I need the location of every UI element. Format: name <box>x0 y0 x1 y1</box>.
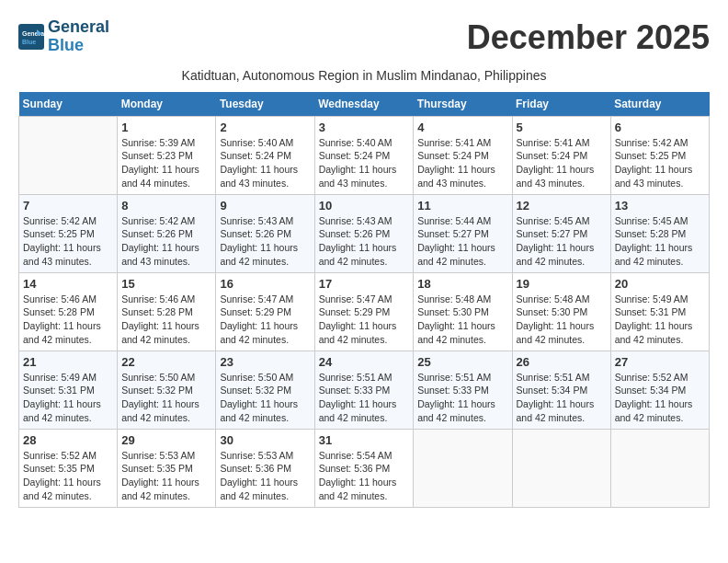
calendar-cell: 5Sunrise: 5:41 AM Sunset: 5:24 PM Daylig… <box>512 116 610 194</box>
calendar-cell <box>414 429 512 507</box>
day-number: 15 <box>121 277 211 291</box>
day-info: Sunrise: 5:53 AM Sunset: 5:35 PM Dayligh… <box>121 449 211 503</box>
day-number: 21 <box>23 355 113 369</box>
day-number: 8 <box>121 199 211 213</box>
day-info: Sunrise: 5:45 AM Sunset: 5:28 PM Dayligh… <box>615 214 705 269</box>
calendar-cell: 17Sunrise: 5:47 AM Sunset: 5:29 PM Dayli… <box>314 272 414 350</box>
svg-text:Blue: Blue <box>22 39 36 45</box>
calendar-cell: 20Sunrise: 5:49 AM Sunset: 5:31 PM Dayli… <box>610 272 709 350</box>
day-number: 16 <box>220 277 310 291</box>
day-number: 12 <box>517 199 607 213</box>
header-thursday: Thursday <box>414 92 512 117</box>
header-wednesday: Wednesday <box>314 92 414 117</box>
calendar-cell: 6Sunrise: 5:42 AM Sunset: 5:25 PM Daylig… <box>610 116 709 194</box>
header-sunday: Sunday <box>19 92 118 117</box>
day-info: Sunrise: 5:39 AM Sunset: 5:23 PM Dayligh… <box>121 136 211 190</box>
day-info: Sunrise: 5:51 AM Sunset: 5:34 PM Dayligh… <box>517 371 607 425</box>
logo: General Blue General Blue <box>18 18 109 55</box>
calendar-cell: 24Sunrise: 5:51 AM Sunset: 5:33 PM Dayli… <box>314 350 414 429</box>
month-title: December 2025 <box>467 18 710 57</box>
day-info: Sunrise: 5:51 AM Sunset: 5:33 PM Dayligh… <box>417 371 507 425</box>
calendar-cell: 7Sunrise: 5:42 AM Sunset: 5:25 PM Daylig… <box>19 194 118 272</box>
logo-icon: General Blue <box>18 24 44 50</box>
calendar-header: SundayMondayTuesdayWednesdayThursdayFrid… <box>19 92 710 117</box>
day-number: 17 <box>319 277 410 291</box>
day-number: 24 <box>319 355 410 369</box>
day-number: 29 <box>121 433 211 447</box>
calendar-cell: 23Sunrise: 5:50 AM Sunset: 5:32 PM Dayli… <box>216 350 314 429</box>
location: Katidtuan, Autonomous Region in Muslim M… <box>18 68 710 83</box>
day-number: 22 <box>121 355 211 369</box>
day-info: Sunrise: 5:54 AM Sunset: 5:36 PM Dayligh… <box>319 449 410 503</box>
svg-rect-0 <box>18 24 44 50</box>
day-info: Sunrise: 5:40 AM Sunset: 5:24 PM Dayligh… <box>220 136 310 190</box>
calendar-cell: 16Sunrise: 5:47 AM Sunset: 5:29 PM Dayli… <box>216 272 314 350</box>
day-number: 20 <box>615 277 705 291</box>
day-number: 26 <box>517 355 607 369</box>
day-number: 2 <box>220 121 310 134</box>
calendar-week-1: 7Sunrise: 5:42 AM Sunset: 5:25 PM Daylig… <box>19 194 710 272</box>
calendar-table: SundayMondayTuesdayWednesdayThursdayFrid… <box>18 92 710 508</box>
day-number: 4 <box>417 121 507 134</box>
calendar-cell: 9Sunrise: 5:43 AM Sunset: 5:26 PM Daylig… <box>216 194 314 272</box>
day-info: Sunrise: 5:51 AM Sunset: 5:33 PM Dayligh… <box>319 371 410 425</box>
calendar-week-0: 1Sunrise: 5:39 AM Sunset: 5:23 PM Daylig… <box>19 116 710 194</box>
day-number: 23 <box>220 355 310 369</box>
day-number: 11 <box>417 199 507 213</box>
day-info: Sunrise: 5:49 AM Sunset: 5:31 PM Dayligh… <box>23 371 113 425</box>
calendar-cell: 14Sunrise: 5:46 AM Sunset: 5:28 PM Dayli… <box>19 272 118 350</box>
day-info: Sunrise: 5:48 AM Sunset: 5:30 PM Dayligh… <box>517 293 607 347</box>
calendar-cell <box>610 429 709 507</box>
day-number: 5 <box>517 121 607 134</box>
calendar-cell: 4Sunrise: 5:41 AM Sunset: 5:24 PM Daylig… <box>414 116 512 194</box>
calendar-cell: 18Sunrise: 5:48 AM Sunset: 5:30 PM Dayli… <box>414 272 512 350</box>
calendar-cell: 25Sunrise: 5:51 AM Sunset: 5:33 PM Dayli… <box>414 350 512 429</box>
day-info: Sunrise: 5:43 AM Sunset: 5:26 PM Dayligh… <box>319 214 410 269</box>
calendar-cell: 30Sunrise: 5:53 AM Sunset: 5:36 PM Dayli… <box>216 429 314 507</box>
day-number: 18 <box>417 277 507 291</box>
calendar-cell: 2Sunrise: 5:40 AM Sunset: 5:24 PM Daylig… <box>216 116 314 194</box>
day-info: Sunrise: 5:49 AM Sunset: 5:31 PM Dayligh… <box>615 293 705 347</box>
calendar-cell: 28Sunrise: 5:52 AM Sunset: 5:35 PM Dayli… <box>19 429 118 507</box>
day-info: Sunrise: 5:50 AM Sunset: 5:32 PM Dayligh… <box>220 371 310 425</box>
logo-text: General Blue <box>48 18 109 55</box>
day-info: Sunrise: 5:46 AM Sunset: 5:28 PM Dayligh… <box>23 293 113 347</box>
day-number: 19 <box>517 277 607 291</box>
day-info: Sunrise: 5:41 AM Sunset: 5:24 PM Dayligh… <box>517 136 607 190</box>
header-monday: Monday <box>118 92 216 117</box>
day-info: Sunrise: 5:42 AM Sunset: 5:26 PM Dayligh… <box>121 214 211 269</box>
calendar-cell: 3Sunrise: 5:40 AM Sunset: 5:24 PM Daylig… <box>314 116 414 194</box>
calendar-cell: 11Sunrise: 5:44 AM Sunset: 5:27 PM Dayli… <box>414 194 512 272</box>
calendar-week-4: 28Sunrise: 5:52 AM Sunset: 5:35 PM Dayli… <box>19 429 710 507</box>
day-info: Sunrise: 5:47 AM Sunset: 5:29 PM Dayligh… <box>220 293 310 347</box>
calendar-cell <box>512 429 610 507</box>
header-saturday: Saturday <box>610 92 709 117</box>
day-info: Sunrise: 5:52 AM Sunset: 5:34 PM Dayligh… <box>615 371 705 425</box>
header-friday: Friday <box>512 92 610 117</box>
day-info: Sunrise: 5:43 AM Sunset: 5:26 PM Dayligh… <box>220 214 310 269</box>
day-number: 3 <box>319 121 410 134</box>
day-info: Sunrise: 5:41 AM Sunset: 5:24 PM Dayligh… <box>417 136 507 190</box>
day-info: Sunrise: 5:42 AM Sunset: 5:25 PM Dayligh… <box>23 214 113 269</box>
calendar-cell: 10Sunrise: 5:43 AM Sunset: 5:26 PM Dayli… <box>314 194 414 272</box>
day-number: 14 <box>23 277 113 291</box>
calendar-cell: 12Sunrise: 5:45 AM Sunset: 5:27 PM Dayli… <box>512 194 610 272</box>
day-info: Sunrise: 5:48 AM Sunset: 5:30 PM Dayligh… <box>417 293 507 347</box>
calendar-cell: 8Sunrise: 5:42 AM Sunset: 5:26 PM Daylig… <box>118 194 216 272</box>
calendar-cell: 22Sunrise: 5:50 AM Sunset: 5:32 PM Dayli… <box>118 350 216 429</box>
calendar-cell: 29Sunrise: 5:53 AM Sunset: 5:35 PM Dayli… <box>118 429 216 507</box>
day-info: Sunrise: 5:46 AM Sunset: 5:28 PM Dayligh… <box>121 293 211 347</box>
calendar-cell: 13Sunrise: 5:45 AM Sunset: 5:28 PM Dayli… <box>610 194 709 272</box>
calendar-body: 1Sunrise: 5:39 AM Sunset: 5:23 PM Daylig… <box>19 116 710 507</box>
day-info: Sunrise: 5:53 AM Sunset: 5:36 PM Dayligh… <box>220 449 310 503</box>
header-tuesday: Tuesday <box>216 92 314 117</box>
day-info: Sunrise: 5:52 AM Sunset: 5:35 PM Dayligh… <box>23 449 113 503</box>
day-info: Sunrise: 5:47 AM Sunset: 5:29 PM Dayligh… <box>319 293 410 347</box>
calendar-week-2: 14Sunrise: 5:46 AM Sunset: 5:28 PM Dayli… <box>19 272 710 350</box>
day-number: 1 <box>121 121 211 134</box>
day-number: 30 <box>220 433 310 447</box>
day-number: 31 <box>319 433 410 447</box>
calendar-cell: 15Sunrise: 5:46 AM Sunset: 5:28 PM Dayli… <box>118 272 216 350</box>
day-info: Sunrise: 5:40 AM Sunset: 5:24 PM Dayligh… <box>319 136 410 190</box>
day-number: 9 <box>220 199 310 213</box>
